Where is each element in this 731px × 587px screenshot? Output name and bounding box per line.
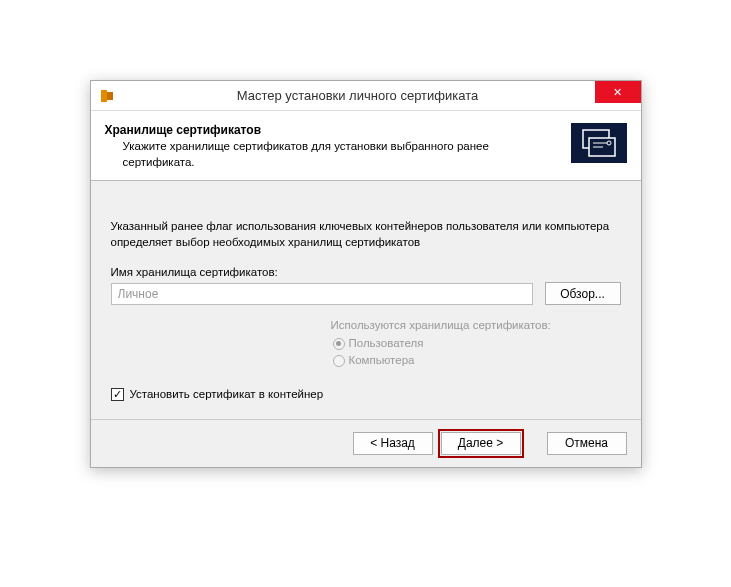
install-to-container-label: Установить сертификат в контейнер [130,388,324,400]
back-button[interactable]: < Назад [353,432,433,455]
close-icon: ✕ [613,86,622,99]
radio-computer-dot [333,355,345,367]
close-button[interactable]: ✕ [595,81,641,103]
storage-scope-title: Используются хранилища сертификатов: [331,319,621,331]
header-panel: Хранилище сертификатов Укажите хранилище… [91,111,641,181]
install-to-container-row[interactable]: Установить сертификат в контейнер [111,388,621,401]
storage-scope-group: Используются хранилища сертификатов: Пол… [331,319,621,370]
page-title: Хранилище сертификатов [105,123,561,137]
titlebar-title: Мастер установки личного сертификата [121,88,595,103]
footer-gap [529,432,539,455]
browse-button[interactable]: Обзор... [545,282,621,305]
radio-computer-label: Компьютера [349,352,415,369]
radio-computer: Компьютера [333,352,621,369]
content-area: Хранилище сертификатов Укажите хранилище… [91,111,641,467]
titlebar: Мастер установки личного сертификата ✕ [91,81,641,111]
footer: < Назад Далее > Отмена [91,419,641,467]
cancel-button[interactable]: Отмена [547,432,627,455]
svg-rect-1 [107,92,113,100]
app-icon [99,88,115,104]
body-panel: Указанный ранее флаг использования ключе… [91,181,641,419]
radio-user-label: Пользователя [349,335,424,352]
certificate-icon [571,123,627,163]
install-to-container-checkbox[interactable] [111,388,124,401]
info-text: Указанный ранее флаг использования ключе… [111,219,621,250]
store-name-row: Обзор... [111,282,621,305]
header-text: Хранилище сертификатов Укажите хранилище… [105,123,561,170]
page-subtitle: Укажите хранилище сертификатов для устан… [105,139,495,170]
svg-rect-0 [101,90,107,102]
radio-user: Пользователя [333,335,621,352]
store-name-input [111,283,533,305]
radio-user-dot [333,338,345,350]
wizard-dialog: Мастер установки личного сертификата ✕ Х… [90,80,642,468]
next-button[interactable]: Далее > [441,432,521,455]
store-name-label: Имя хранилища сертификатов: [111,266,621,278]
